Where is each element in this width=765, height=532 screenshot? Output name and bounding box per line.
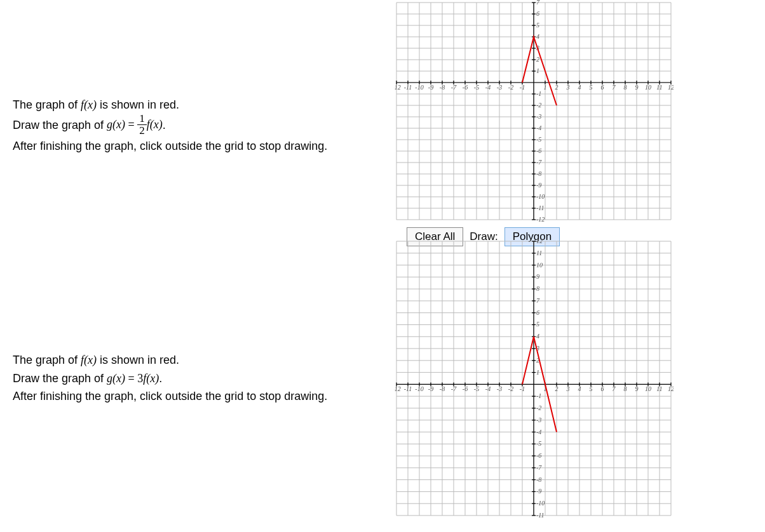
svg-text:-12: -12 <box>394 84 401 91</box>
svg-text:-1: -1 <box>520 385 525 392</box>
svg-text:5: 5 <box>590 84 593 91</box>
svg-text:-6: -6 <box>536 452 541 459</box>
svg-text:-8: -8 <box>440 84 445 91</box>
svg-text:-10: -10 <box>536 193 545 200</box>
svg-text:-7: -7 <box>536 464 542 471</box>
graph-1-svg[interactable]: -12-11-10-9-8-7-6-5-4-3-2-11234567891011… <box>394 0 674 222</box>
svg-text:1: 1 <box>536 67 539 74</box>
svg-text:-2: -2 <box>536 404 541 411</box>
problem-1-graph-column: -12-11-10-9-8-7-6-5-4-3-2-11234567891011… <box>394 0 674 251</box>
problem-2-row: The graph of f(x) is shown in red. Draw … <box>0 239 765 518</box>
svg-text:6: 6 <box>536 309 539 316</box>
prompt-line-2: Draw the graph of g(x) = 3f(x). <box>13 369 381 388</box>
prompt-line-3: After finishing the graph, click outside… <box>13 387 381 406</box>
svg-text:6: 6 <box>601 385 604 392</box>
text: is shown in red. <box>97 354 179 366</box>
svg-text:-11: -11 <box>404 84 412 91</box>
svg-text:-8: -8 <box>536 476 541 483</box>
svg-text:-10: -10 <box>415 84 423 91</box>
svg-text:-3: -3 <box>497 385 502 392</box>
equals: = <box>125 372 137 385</box>
svg-text:-7: -7 <box>451 385 457 392</box>
prompt-line-2: Draw the graph of g(x) = 12f(x). <box>13 114 381 138</box>
svg-text:-11: -11 <box>536 204 545 211</box>
svg-text:2: 2 <box>555 84 559 91</box>
svg-text:-6: -6 <box>463 84 468 91</box>
svg-text:-5: -5 <box>536 440 541 447</box>
svg-text:9: 9 <box>635 385 639 392</box>
svg-text:-4: -4 <box>485 84 491 91</box>
svg-text:-3: -3 <box>497 84 502 91</box>
svg-text:-8: -8 <box>440 385 445 392</box>
graph-2-container[interactable]: -12-11-10-9-8-7-6-5-4-3-2-11234567891011… <box>394 239 674 518</box>
fraction-den: 2 <box>137 125 147 136</box>
text: The graph of <box>13 98 81 111</box>
svg-text:-4: -4 <box>536 429 541 436</box>
svg-text:5: 5 <box>536 22 539 29</box>
svg-text:-5: -5 <box>474 385 479 392</box>
problem-2-prompt: The graph of f(x) is shown in red. Draw … <box>0 351 381 406</box>
gx-text: g(x) <box>107 118 125 131</box>
svg-text:-2: -2 <box>508 84 513 91</box>
svg-text:-6: -6 <box>536 147 541 154</box>
text: The graph of <box>13 354 81 366</box>
svg-text:-12: -12 <box>394 385 401 392</box>
svg-text:7: 7 <box>613 385 616 392</box>
svg-text:8: 8 <box>624 84 627 91</box>
graph-2-svg[interactable]: -12-11-10-9-8-7-6-5-4-3-2-11234567891011… <box>394 239 674 518</box>
svg-text:-11: -11 <box>536 512 545 518</box>
svg-text:4: 4 <box>536 333 539 340</box>
text: Draw the graph of <box>13 118 107 131</box>
svg-text:4: 4 <box>536 33 539 40</box>
svg-text:5: 5 <box>536 321 539 328</box>
svg-text:-1: -1 <box>536 392 541 399</box>
svg-text:10: 10 <box>536 262 543 269</box>
svg-text:10: 10 <box>645 385 651 392</box>
svg-text:11: 11 <box>656 84 662 91</box>
problem-1-row: The graph of f(x) is shown in red. Draw … <box>0 0 765 251</box>
problem-2-graph-column: -12-11-10-9-8-7-6-5-4-3-2-11234567891011… <box>394 239 674 518</box>
svg-text:-9: -9 <box>428 385 433 392</box>
svg-text:7: 7 <box>536 297 540 304</box>
svg-text:1: 1 <box>544 84 547 91</box>
svg-text:-8: -8 <box>536 170 541 177</box>
svg-text:-11: -11 <box>404 385 412 392</box>
svg-text:-10: -10 <box>415 385 423 392</box>
gx-text: g(x) <box>107 372 125 385</box>
svg-text:-5: -5 <box>474 84 479 91</box>
problem-1-prompt: The graph of f(x) is shown in red. Draw … <box>0 96 381 156</box>
fraction-num: 1 <box>137 113 147 125</box>
svg-text:-3: -3 <box>536 416 541 423</box>
svg-text:6: 6 <box>601 84 604 91</box>
svg-text:3: 3 <box>566 385 570 392</box>
svg-text:3: 3 <box>566 84 570 91</box>
svg-text:-7: -7 <box>536 159 542 166</box>
svg-text:-4: -4 <box>485 385 491 392</box>
svg-text:6: 6 <box>536 10 539 17</box>
svg-text:-9: -9 <box>428 84 433 91</box>
text: Draw the graph of <box>13 372 107 385</box>
svg-text:-9: -9 <box>536 182 541 189</box>
svg-text:9: 9 <box>635 84 639 91</box>
svg-text:12: 12 <box>668 84 674 91</box>
svg-text:12: 12 <box>536 239 543 244</box>
graph-1-container[interactable]: -12-11-10-9-8-7-6-5-4-3-2-11234567891011… <box>394 0 674 222</box>
prompt-line-1: The graph of f(x) is shown in red. <box>13 96 381 114</box>
fraction-one-half: 12 <box>137 113 147 136</box>
fx-text: f(x) <box>81 98 97 111</box>
svg-text:-5: -5 <box>536 136 541 143</box>
svg-text:1: 1 <box>536 369 539 376</box>
equals: = <box>125 118 137 131</box>
svg-text:4: 4 <box>578 385 581 392</box>
prompt-line-3: After finishing the graph, click outside… <box>13 137 381 156</box>
svg-text:-2: -2 <box>508 385 513 392</box>
svg-text:-12: -12 <box>536 216 545 222</box>
period: . <box>163 118 166 131</box>
svg-text:-10: -10 <box>536 500 545 507</box>
svg-text:-3: -3 <box>536 113 541 120</box>
prompt-line-1: The graph of f(x) is shown in red. <box>13 351 381 369</box>
svg-text:9: 9 <box>536 273 539 280</box>
svg-text:-7: -7 <box>451 84 457 91</box>
svg-text:8: 8 <box>624 385 627 392</box>
text: is shown in red. <box>97 98 179 111</box>
